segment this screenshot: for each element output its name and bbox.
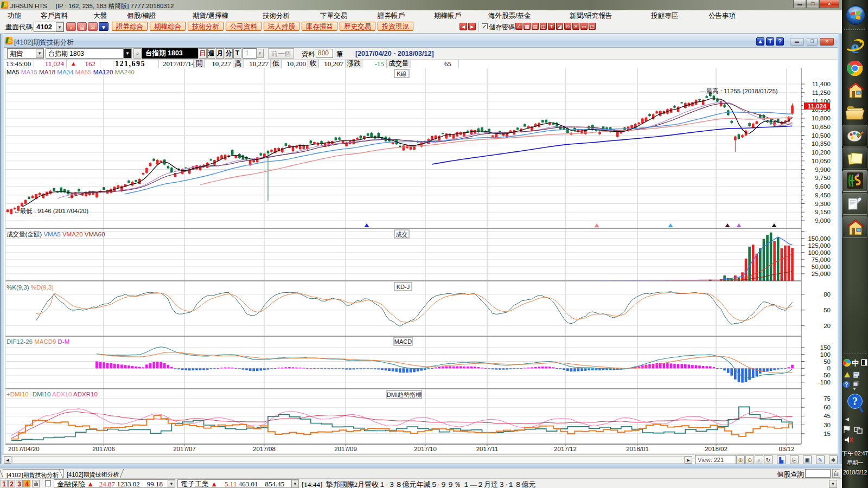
svg-text:11,400: 11,400 [812, 81, 831, 87]
svg-text:10,650: 10,650 [812, 124, 831, 130]
svg-text:成交量(金額) VMA5 VMA20 VMA60: 成交量(金額) VMA5 VMA20 VMA60 [7, 231, 105, 237]
svg-text:100,000: 100,000 [808, 249, 831, 256]
svg-text:2017/06: 2017/06 [92, 446, 115, 452]
svg-text:2017/11: 2017/11 [476, 446, 499, 452]
svg-text:2017/09: 2017/09 [334, 446, 357, 452]
svg-text:DMI趋勢指標: DMI趋勢指標 [387, 391, 422, 398]
svg-text:←最低 : 9146 (2017/04/20): ←最低 : 9146 (2017/04/20) [14, 208, 88, 214]
svg-text:10,500: 10,500 [812, 132, 831, 139]
svg-text:75,000: 75,000 [812, 256, 831, 263]
svg-text:MACD: MACD [394, 338, 412, 345]
svg-text:9,000: 9,000 [815, 217, 831, 224]
svg-text:?: ? [845, 382, 848, 388]
svg-text:成交: 成交 [396, 231, 408, 237]
svg-text:10,200: 10,200 [812, 149, 831, 156]
svg-text:2018/01: 2018/01 [626, 446, 649, 452]
svg-text:—最高 : 11255 (2018/01/25): —最高 : 11255 (2018/01/25) [700, 88, 778, 94]
svg-text:2017/07: 2017/07 [173, 446, 196, 452]
svg-text:80: 80 [824, 291, 831, 298]
svg-text:11,250: 11,250 [812, 89, 831, 96]
svg-text:9,300: 9,300 [815, 201, 831, 207]
svg-text:9,450: 9,450 [815, 192, 831, 198]
svg-text:10,050: 10,050 [812, 158, 831, 164]
svg-text:9,900: 9,900 [815, 166, 831, 173]
svg-text:2017/04/20: 2017/04/20 [8, 446, 40, 452]
svg-text:2017/12: 2017/12 [554, 446, 577, 452]
svg-text:9,750: 9,750 [815, 175, 831, 181]
svg-text:50,000: 50,000 [812, 264, 831, 270]
svg-text:?: ? [852, 395, 858, 407]
svg-text:50: 50 [824, 307, 831, 313]
svg-text:DIF12-26 MACD9 D-M: DIF12-26 MACD9 D-M [7, 338, 69, 345]
svg-text:150: 150 [820, 344, 831, 351]
svg-text:100: 100 [820, 351, 831, 358]
svg-text:9,600: 9,600 [815, 183, 831, 190]
svg-text:2017/08: 2017/08 [253, 446, 276, 452]
svg-text:2017/10: 2017/10 [414, 446, 437, 452]
svg-text:-50: -50 [821, 372, 831, 378]
svg-text:125,000: 125,000 [808, 242, 831, 249]
svg-text:KD-J: KD-J [397, 284, 410, 290]
svg-text:-100: -100 [818, 379, 831, 386]
svg-text:10,800: 10,800 [812, 115, 831, 121]
svg-text:25,000: 25,000 [812, 271, 831, 277]
svg-text:75: 75 [824, 395, 831, 402]
svg-text:0: 0 [827, 365, 831, 371]
svg-text:30: 30 [824, 422, 831, 428]
svg-text:9,150: 9,150 [815, 209, 831, 215]
svg-text:150,000: 150,000 [808, 235, 831, 242]
svg-text:15: 15 [824, 431, 831, 437]
svg-text:20: 20 [824, 323, 831, 329]
svg-text:10,350: 10,350 [812, 140, 831, 147]
svg-text:K線: K線 [397, 70, 406, 77]
svg-text:60: 60 [824, 404, 831, 410]
svg-text:%K(9,3) %D(9,3): %K(9,3) %D(9,3) [7, 284, 54, 291]
svg-text:50: 50 [824, 358, 831, 365]
svg-text:45: 45 [824, 413, 831, 419]
svg-text:MA5 MA15 MA18 MA34 MA55 MA120: MA5 MA15 MA18 MA34 MA55 MA120 MA240 [7, 69, 135, 75]
svg-text:2018/02: 2018/02 [705, 446, 727, 452]
svg-text:03/12: 03/12 [779, 446, 795, 452]
svg-text:11,024: 11,024 [808, 103, 827, 110]
svg-text:+DMI10 -DMI10 ADX10 ADXR10: +DMI10 -DMI10 ADX10 ADXR10 [7, 391, 98, 397]
